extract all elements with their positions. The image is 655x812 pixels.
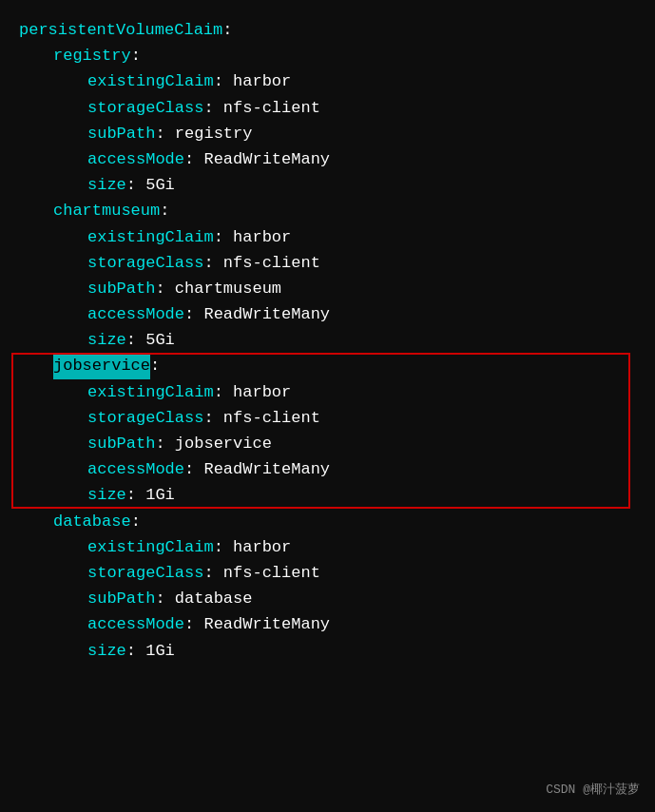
key-size-3: size — [87, 482, 126, 508]
line-2: registry: — [19, 43, 636, 68]
line-3: existingClaim: harbor — [19, 68, 636, 94]
val-rwm-2: ReadWriteMany — [203, 301, 330, 327]
line-18: accessMode: ReadWriteMany — [19, 456, 636, 482]
val-nfs-3: nfs-client — [223, 405, 320, 431]
val-database: database — [175, 586, 253, 611]
val-harbor-4: harbor — [233, 534, 291, 560]
key-subpath-3: subPath — [87, 431, 155, 456]
val-registry: registry — [175, 121, 253, 146]
key-storageclass-2: storageClass — [87, 250, 203, 276]
val-nfs-4: nfs-client — [223, 560, 320, 586]
key-subpath-4: subPath — [87, 586, 155, 611]
line-14: jobservice: — [19, 353, 636, 378]
val-harbor-2: harbor — [233, 224, 291, 250]
key-storageclass-3: storageClass — [87, 405, 203, 431]
line-20: database: — [19, 509, 636, 534]
line-22: storageClass: nfs-client — [19, 560, 636, 586]
key-chartmuseum: chartmuseum — [53, 198, 160, 223]
line-1: persistentVolumeClaim: — [19, 17, 636, 43]
key-accessmode-3: accessMode — [87, 456, 184, 482]
key-registry: registry — [53, 43, 131, 68]
key-existingclaim-1: existingClaim — [87, 68, 214, 94]
val-nfs-1: nfs-client — [223, 95, 320, 121]
key-subpath-2: subPath — [87, 276, 155, 301]
line-5: subPath: registry — [19, 121, 636, 146]
key-accessmode-1: accessMode — [87, 146, 184, 172]
key-jobservice: jobservice — [53, 353, 150, 378]
val-rwm-1: ReadWriteMany — [203, 146, 330, 172]
val-1gi-2: 1Gi — [145, 638, 175, 664]
line-17: subPath: jobservice — [19, 431, 636, 456]
key-accessmode-4: accessMode — [87, 611, 184, 637]
key-size-2: size — [87, 327, 126, 353]
line-19: size: 1Gi — [19, 482, 636, 508]
line-7: size: 5Gi — [19, 172, 636, 198]
val-chartmuseum: chartmuseum — [175, 276, 281, 301]
line-6: accessMode: ReadWriteMany — [19, 146, 636, 172]
val-5gi-1: 5Gi — [145, 172, 175, 198]
key-existingclaim-4: existingClaim — [87, 534, 214, 560]
val-5gi-2: 5Gi — [145, 327, 175, 353]
line-25: size: 1Gi — [19, 638, 636, 664]
key-database: database — [53, 509, 131, 534]
val-harbor-3: harbor — [233, 379, 291, 405]
line-12: accessMode: ReadWriteMany — [19, 301, 636, 327]
val-rwm-4: ReadWriteMany — [203, 611, 330, 637]
line-15: existingClaim: harbor — [19, 379, 636, 405]
val-rwm-3: ReadWriteMany — [203, 456, 330, 482]
line-9: existingClaim: harbor — [19, 224, 636, 250]
key-existingclaim-3: existingClaim — [87, 379, 214, 405]
key-size-1: size — [87, 172, 126, 198]
line-21: existingClaim: harbor — [19, 534, 636, 560]
val-1gi-1: 1Gi — [145, 482, 175, 508]
key-size-4: size — [87, 638, 126, 664]
val-jobservice: jobservice — [175, 431, 272, 456]
line-4: storageClass: nfs-client — [19, 95, 636, 121]
key-subpath-1: subPath — [87, 121, 155, 146]
line-23: subPath: database — [19, 586, 636, 611]
key-existingclaim-2: existingClaim — [87, 224, 214, 250]
line-13: size: 5Gi — [19, 327, 636, 353]
line-11: subPath: chartmuseum — [19, 276, 636, 301]
line-16: storageClass: nfs-client — [19, 405, 636, 431]
val-harbor-1: harbor — [233, 68, 291, 94]
line-10: storageClass: nfs-client — [19, 250, 636, 276]
code-container: persistentVolumeClaim: registry: existin… — [0, 0, 655, 812]
val-nfs-2: nfs-client — [223, 250, 320, 276]
line-8: chartmuseum: — [19, 198, 636, 223]
key-persistentvolumeclaim: persistentVolumeClaim — [19, 17, 222, 43]
key-storageclass-1: storageClass — [87, 95, 203, 121]
key-storageclass-4: storageClass — [87, 560, 203, 586]
line-24: accessMode: ReadWriteMany — [19, 611, 636, 637]
key-accessmode-2: accessMode — [87, 301, 184, 327]
watermark: CSDN @椰汁菠萝 — [546, 781, 640, 801]
